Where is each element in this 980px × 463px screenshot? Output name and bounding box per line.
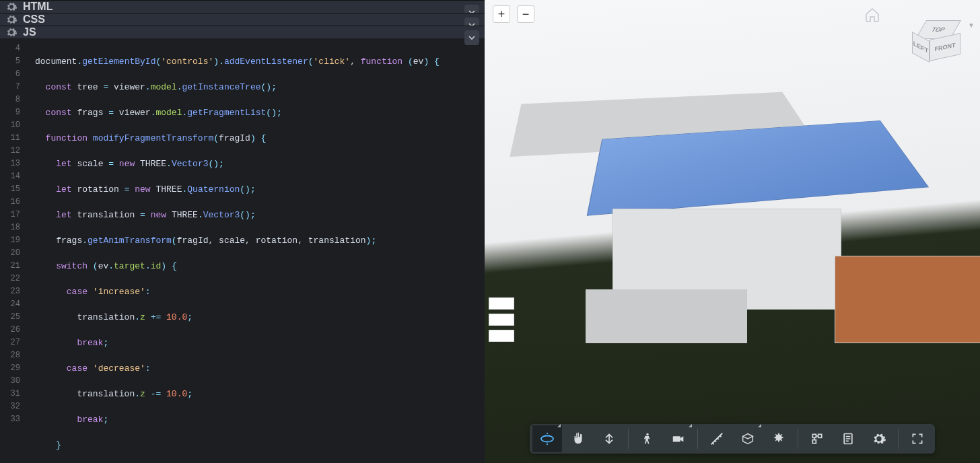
viewer-toolbar: [530, 424, 935, 454]
panel-html-label: HTML: [23, 1, 53, 13]
gear-icon[interactable]: [5, 1, 18, 13]
side-button[interactable]: [489, 314, 514, 326]
viewcube-dropdown-icon[interactable]: ▼: [968, 22, 975, 29]
panel-css[interactable]: CSS: [0, 13, 485, 26]
zoom-in-button[interactable]: +: [493, 5, 510, 23]
panel-js-label: JS: [23, 26, 36, 38]
svg-point-1: [646, 433, 648, 435]
viewcube[interactable]: TOP LEFT FRONT: [909, 20, 961, 65]
zoom-controls: + −: [493, 5, 534, 23]
orbit-tool[interactable]: [532, 425, 562, 452]
gear-icon[interactable]: [5, 26, 18, 38]
panel-html[interactable]: HTML: [0, 0, 485, 13]
walk-tool[interactable]: [633, 425, 662, 452]
line-gutter: 4 56 7 891011 12 13141516171819202122 23…: [0, 42, 24, 426]
side-button[interactable]: [489, 330, 514, 342]
code-body[interactable]: document.getElementById('controls').addE…: [35, 42, 485, 463]
section-tool[interactable]: [733, 425, 763, 452]
editor-pane: HTML CSS JS 4 56 7 891011 12 13141516171…: [0, 0, 485, 463]
gear-icon[interactable]: [5, 13, 18, 26]
measure-tool[interactable]: [702, 425, 732, 452]
side-button[interactable]: [489, 297, 514, 310]
code-editor[interactable]: 4 56 7 891011 12 13141516171819202122 23…: [0, 38, 485, 463]
panel-css-label: CSS: [23, 13, 45, 26]
svg-point-0: [541, 436, 553, 442]
home-icon[interactable]: [864, 7, 880, 23]
zoom-tool[interactable]: [594, 425, 624, 452]
zoom-out-button[interactable]: −: [517, 5, 534, 23]
svg-rect-2: [673, 436, 680, 441]
svg-rect-3: [812, 434, 816, 437]
pan-tool[interactable]: [563, 425, 593, 452]
svg-rect-4: [818, 434, 822, 437]
camera-tool[interactable]: [664, 425, 693, 452]
explode-tool[interactable]: [764, 425, 794, 452]
model-scene[interactable]: [518, 67, 967, 409]
svg-rect-5: [812, 440, 816, 443]
model-browser-tool[interactable]: [802, 425, 832, 452]
properties-tool[interactable]: [833, 425, 863, 452]
viewer-pane[interactable]: + − TOP LEFT FRONT ▼: [485, 0, 980, 463]
fullscreen-tool[interactable]: [903, 425, 932, 452]
panel-js[interactable]: JS: [0, 26, 485, 38]
settings-tool[interactable]: [864, 425, 894, 452]
side-buttons: [489, 297, 514, 342]
